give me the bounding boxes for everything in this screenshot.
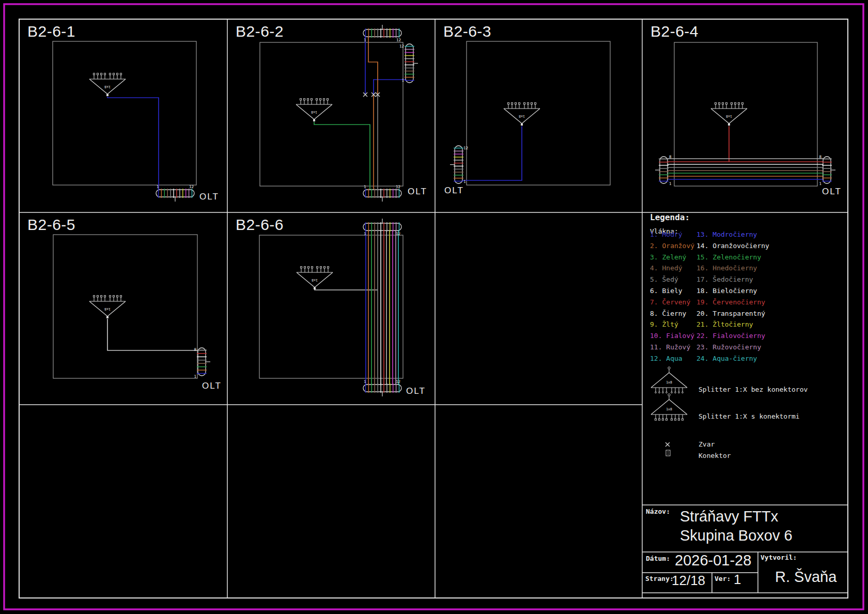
olt-label-b2-6-2: OLT — [408, 187, 427, 196]
legend-fiber-item: 5. Šedý — [650, 276, 678, 283]
titleblock-title-line1: Stráňavy FTTx — [680, 509, 778, 524]
legend-splitter-input — [668, 367, 670, 369]
legend-splitter-ratio-label: 1x8 — [666, 407, 672, 411]
splitter-stub-connector — [120, 296, 121, 297]
panel-title-b2-6-3: B2-6-3 — [443, 24, 491, 39]
legend-splitter-stub-end — [678, 392, 680, 393]
splitter-stub-connector — [731, 103, 732, 104]
legend-fiber-item: 8. Čierny — [650, 310, 686, 317]
tube-port-label: 1 — [669, 181, 672, 186]
panel-title-b2-6-4: B2-6-4 — [650, 24, 699, 39]
legend-fiber-item: 10. Fialový — [650, 332, 694, 339]
splitter-stub-connector — [109, 296, 111, 297]
tube-port-label: 1 — [364, 38, 366, 42]
room-outline — [53, 41, 196, 185]
legend-fiber-item: 18. Bieločierny — [696, 287, 757, 294]
splitter-stub-connector — [316, 267, 318, 268]
splitter-stub-connector — [116, 73, 118, 75]
legend-fiber-item: 22. Fialovočierny — [696, 332, 765, 339]
room-outline — [467, 41, 610, 185]
legend-splitter-stub-end — [671, 392, 673, 393]
legend-splitter-ratio-label: 1x8 — [666, 380, 672, 385]
splitter-ratio-label: 1x8 — [726, 114, 732, 118]
splitter-stub-connector — [518, 103, 520, 104]
splitter-stub-connector — [741, 103, 743, 104]
tube-port-label: 12 — [396, 379, 400, 384]
splitter-stub-connector — [738, 103, 739, 104]
splitter-stub-connector — [104, 296, 105, 297]
panel-title-b2-6-6: B2-6-6 — [236, 217, 284, 233]
splitter-apex-port — [106, 94, 109, 96]
splitter-stub-connector — [120, 73, 121, 75]
legend-fiber-item: 24. Aqua-čierny — [696, 355, 757, 362]
legend-splitter-with-connectors-label: Splitter 1:X s konektormi — [699, 413, 800, 420]
olt-label-b2-6-4: OLT — [822, 187, 842, 196]
tube-port-label: 12 — [463, 146, 468, 150]
legend-splitter-stub-end — [682, 392, 684, 393]
legend-fiber-item: 23. Ružovočierny — [696, 344, 761, 350]
fiber-path-f1 — [107, 97, 159, 189]
legend-splitter-stub-connector — [662, 419, 663, 420]
panel-title-b2-6-2: B2-6-2 — [236, 24, 284, 39]
splitter-stub-connector — [319, 99, 321, 100]
titleblock-version-value: 1 — [734, 573, 741, 586]
splitter-ratio-label: 1x8 — [311, 110, 317, 114]
splitter-stub-connector — [734, 103, 736, 104]
room-outline — [259, 235, 403, 378]
legend-fiber-item: 19. Červenočierny — [696, 299, 765, 305]
tube-port-label: 1 — [463, 179, 466, 184]
splitter-stub-connector — [300, 99, 301, 100]
legend-fiber-item: 3. Zelený — [650, 254, 686, 260]
tube-port-label: 1 — [364, 185, 366, 189]
legend-connector-pin — [668, 452, 669, 453]
legend-fiber-item: 16. Hnedočierny — [696, 265, 757, 271]
splitter-stub-connector — [113, 296, 114, 297]
splitter-stub-connector — [327, 99, 328, 100]
tube-port-label: 8 — [819, 155, 822, 159]
olt-label-b2-6-5: OLT — [202, 381, 222, 390]
sheet: 1121121211121218181811121121x81x81x81x81… — [0, 0, 868, 614]
titleblock-pages-label: Strany: — [645, 575, 674, 582]
splitter-stub-connector — [531, 103, 532, 104]
splitter-stub-connector — [715, 103, 716, 104]
olt-label-b2-6-1: OLT — [199, 192, 219, 201]
olt-label-b2-6-3: OLT — [444, 186, 464, 195]
splitter-stub-connector — [323, 267, 325, 268]
splitter-stub-connector — [725, 103, 727, 104]
splitter-stub-connector — [116, 296, 118, 297]
fiber-tube — [198, 348, 206, 376]
splitter-stub-connector — [718, 103, 720, 104]
splitter-apex-port — [728, 124, 730, 126]
tube-port-label: 1 — [819, 181, 822, 186]
splitter-stub-connector — [323, 99, 324, 100]
splitter-stub-connector — [104, 73, 105, 75]
legend-splitter-stub-connector — [671, 419, 672, 420]
legend-fiber-item: 17. Šedočierny — [696, 276, 753, 283]
splitter-ratio-label: 1x8 — [104, 307, 111, 311]
tube-port-label: 8 — [669, 155, 672, 159]
legend-splice-label: Zvar — [699, 441, 715, 448]
legend-connector-pin — [668, 454, 669, 455]
legend-fiber-item: 6. Biely — [650, 287, 683, 294]
legend-splitter-stub-end — [655, 392, 657, 393]
titleblock-date-label: Dátum: — [646, 555, 670, 562]
splitter-stub-connector — [307, 267, 309, 268]
fiber-path-f2 — [368, 37, 378, 95]
titleblock-date-value: 2026-01-28 — [675, 553, 751, 568]
room-outline — [260, 42, 403, 186]
splitter-ratio-label: 1x8 — [312, 278, 318, 282]
splitter-stub-connector — [527, 103, 529, 104]
splitter-stub-connector — [93, 73, 95, 75]
legend-fiber-item: 9. Žltý — [650, 321, 678, 328]
tube-port-label: 1 — [194, 374, 196, 379]
legend-fiber-item: 12. Aqua — [650, 355, 683, 362]
tube-port-label: 1 — [364, 379, 366, 384]
olt-label-b2-6-6: OLT — [406, 387, 426, 395]
splitter-stub-connector — [304, 267, 305, 268]
legend-fiber-item: 2. Oranžový — [650, 242, 694, 249]
splitter-stub-connector — [100, 296, 102, 297]
splitter-ratio-label: 1x8 — [104, 85, 111, 89]
legend-fiber-item: 4. Hnedý — [650, 265, 683, 271]
splitter-stub-connector — [300, 267, 302, 268]
splitter-stub-connector — [303, 99, 305, 100]
